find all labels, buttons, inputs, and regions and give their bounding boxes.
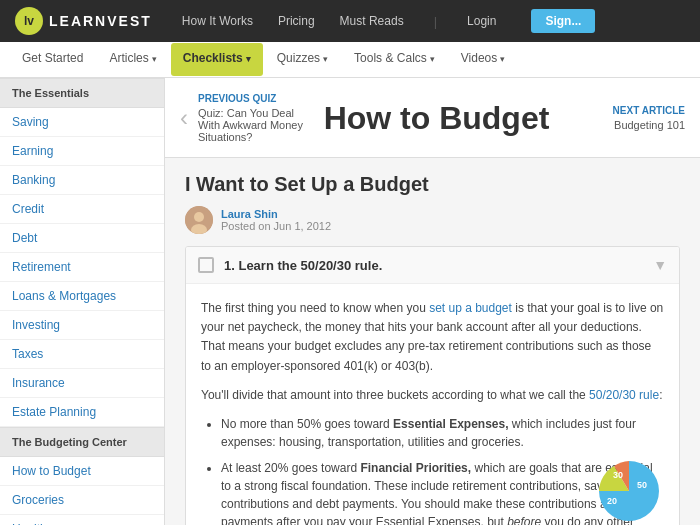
checklist-item-label: 1. Learn the 50/20/30 rule. <box>224 258 653 273</box>
link-set-up-budget[interactable]: set up a budget <box>429 301 512 315</box>
checklist-item-header[interactable]: 1. Learn the 50/20/30 rule. ▼ <box>186 247 679 284</box>
header-nav: How It Works Pricing Must Reads | Login … <box>182 9 685 33</box>
sidebar-item-investing[interactable]: Investing <box>0 311 164 340</box>
sidebar-item-loans--mortgages[interactable]: Loans & Mortgages <box>0 282 164 311</box>
main-layout: The EssentialsSavingEarningBankingCredit… <box>0 78 700 525</box>
svg-text:30: 30 <box>613 470 623 480</box>
list-item-essential: No more than 50% goes toward Essential E… <box>221 415 664 451</box>
chevron-down-icon: ▾ <box>323 54 328 64</box>
hero-prev-label: PREVIOUS Quiz <box>198 93 318 104</box>
logo-text: LEARNVEST <box>49 13 152 29</box>
sidebar-item-groceries[interactable]: Groceries <box>0 486 164 515</box>
nav-signup[interactable]: Sign... <box>531 9 595 33</box>
sidebar-item-saving[interactable]: Saving <box>0 108 164 137</box>
sidebar-item-how-to-budget[interactable]: How to Budget <box>0 457 164 486</box>
checklist-para-1: The first thing you need to know when yo… <box>201 299 664 376</box>
sidebar-section-title: The Budgeting Center <box>0 427 164 457</box>
subnav-item-checklists[interactable]: Checklists▾ <box>171 43 263 76</box>
nav-divider: | <box>434 14 437 29</box>
chevron-down-icon: ▾ <box>152 54 157 64</box>
pie-chart: 50 20 30 <box>594 456 664 525</box>
subnav-item-get-started[interactable]: Get Started <box>10 43 95 76</box>
link-502030-rule[interactable]: 50/20/30 rule <box>589 388 659 402</box>
subnav-item-articles[interactable]: Articles▾ <box>97 43 168 76</box>
author-row: Laura Shin Posted on Jun 1, 2012 <box>185 206 680 234</box>
svg-text:20: 20 <box>607 496 617 506</box>
content: ‹ PREVIOUS Quiz Quiz: Can You Deal With … <box>165 78 700 525</box>
author-info: Laura Shin Posted on Jun 1, 2012 <box>221 208 331 232</box>
avatar <box>185 206 213 234</box>
hero-next-label: NEXT Article <box>555 105 685 116</box>
nav-pricing[interactable]: Pricing <box>278 14 315 28</box>
sidebar-section-title: The Essentials <box>0 78 164 108</box>
chevron-down-icon: ▾ <box>500 54 505 64</box>
svg-point-1 <box>194 212 204 222</box>
hero-prev-text: Quiz: Can You Deal With Awkward Money Si… <box>198 107 318 143</box>
article-title: I Want to Set Up a Budget <box>185 173 680 196</box>
hero-prev: PREVIOUS Quiz Quiz: Can You Deal With Aw… <box>198 93 318 143</box>
article-body: I Want to Set Up a Budget Laura Shin Pos… <box>165 158 700 525</box>
sidebar-item-debt[interactable]: Debt <box>0 224 164 253</box>
subnav-item-videos[interactable]: Videos▾ <box>449 43 517 76</box>
hero-next: NEXT Article Budgeting 101 <box>555 105 685 131</box>
author-date: Posted on Jun 1, 2012 <box>221 220 331 232</box>
sidebar-item-taxes[interactable]: Taxes <box>0 340 164 369</box>
sidebar: The EssentialsSavingEarningBankingCredit… <box>0 78 165 525</box>
prev-arrow-icon[interactable]: ‹ <box>180 104 188 132</box>
chevron-down-icon: ▾ <box>246 54 251 64</box>
subnav-item-quizzes[interactable]: Quizzes▾ <box>265 43 340 76</box>
hero-main-title: How to Budget <box>318 102 555 134</box>
checklist-para-2: You'll divide that amount into three buc… <box>201 386 664 405</box>
svg-text:50: 50 <box>637 480 647 490</box>
nav-how-it-works[interactable]: How It Works <box>182 14 253 28</box>
header: lv LEARNVEST How It Works Pricing Must R… <box>0 0 700 42</box>
hero-banner: ‹ PREVIOUS Quiz Quiz: Can You Deal With … <box>165 78 700 158</box>
sidebar-item-estate-planning[interactable]: Estate Planning <box>0 398 164 427</box>
author-name[interactable]: Laura Shin <box>221 208 331 220</box>
sidebar-item-banking[interactable]: Banking <box>0 166 164 195</box>
checklist-item: 1. Learn the 50/20/30 rule. ▼ The first … <box>185 246 680 525</box>
chevron-down-icon: ▾ <box>430 54 435 64</box>
sidebar-item-credit[interactable]: Credit <box>0 195 164 224</box>
hero-title: How to Budget <box>318 102 555 134</box>
logo-badge: lv <box>15 7 43 35</box>
sidebar-item-health[interactable]: Health <box>0 515 164 525</box>
sidebar-item-retirement[interactable]: Retirement <box>0 253 164 282</box>
checklist-body: The first thing you need to know when yo… <box>186 284 679 525</box>
nav-must-reads[interactable]: Must Reads <box>340 14 404 28</box>
nav-login[interactable]: Login <box>467 14 496 28</box>
hero-next-text: Budgeting 101 <box>555 119 685 131</box>
logo[interactable]: lv LEARNVEST <box>15 7 152 35</box>
checklist-checkbox[interactable] <box>198 257 214 273</box>
sub-nav: Get StartedArticles▾Checklists▾Quizzes▾T… <box>0 42 700 78</box>
pie-chart-svg: 50 20 30 <box>594 456 664 525</box>
financial-priorities-label: Financial Priorities, <box>360 461 471 475</box>
checklist-toggle-icon[interactable]: ▼ <box>653 257 667 273</box>
sidebar-item-insurance[interactable]: Insurance <box>0 369 164 398</box>
essential-expenses-label: Essential Expenses, <box>393 417 508 431</box>
sidebar-item-earning[interactable]: Earning <box>0 137 164 166</box>
subnav-item-tools--calcs[interactable]: Tools & Calcs▾ <box>342 43 447 76</box>
